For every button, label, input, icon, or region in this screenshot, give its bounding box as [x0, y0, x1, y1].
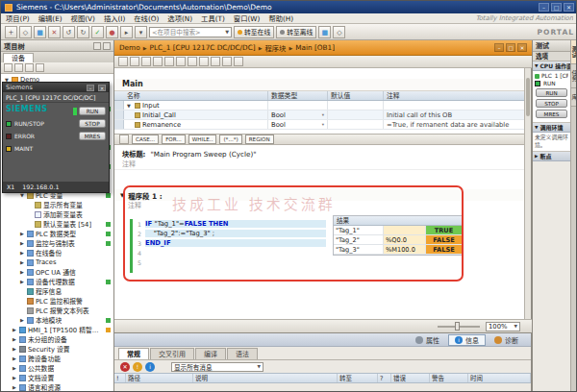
cell-default[interactable]: [328, 101, 384, 110]
message-column-header-5[interactable]: 错误: [391, 374, 430, 382]
interface-row[interactable]: ▼Input: [114, 101, 525, 110]
tree-item[interactable]: PLC 报警文本列表: [1, 306, 113, 315]
editor-minimize-icon[interactable]: –: [494, 43, 504, 52]
watch-row[interactable]: "Tag_1"TRUE: [334, 226, 462, 235]
error-filter-icon[interactable]: [120, 362, 130, 372]
expand-icon[interactable]: ▶: [19, 279, 25, 284]
column-header-1[interactable]: 数据类型: [268, 91, 328, 100]
editor-scrollbar[interactable]: [524, 68, 531, 319]
side-tab-0[interactable]: 测试: [571, 40, 577, 64]
close-icon[interactable]: ✕: [564, 3, 574, 12]
expand-icon[interactable]: ▶: [12, 336, 17, 342]
cut-icon[interactable]: [48, 26, 61, 38]
message-column-header-7[interactable]: 时间: [468, 374, 531, 382]
open-project-icon[interactable]: [19, 26, 32, 38]
code-line[interactable]: 2 "Tag_2":="Tag_3" ;: [134, 229, 525, 238]
tree-item[interactable]: ▶OPC UA 通信: [1, 267, 113, 277]
message-column-header-2[interactable]: 说明: [193, 374, 338, 382]
message-filter-select[interactable]: 显示所有消息 ▼: [171, 362, 263, 372]
expand-icon[interactable]: ▶: [19, 317, 25, 323]
pin-icon[interactable]: [93, 42, 101, 50]
tree-item[interactable]: ▶Security 设置: [1, 344, 113, 354]
tree-item[interactable]: ▶在线备份: [1, 248, 113, 257]
cpu-panel-title-bar[interactable]: Siemens – ✕: [3, 83, 109, 92]
undo-icon[interactable]: [63, 26, 75, 38]
new-project-icon[interactable]: [5, 26, 17, 38]
stop-cpu-icon[interactable]: [135, 26, 147, 38]
cell-name[interactable]: Remanence: [124, 120, 268, 129]
breadcrumb-item-1[interactable]: PLC_1 [CPU 1217C DC/DC/DC]: [150, 43, 256, 52]
tree-item[interactable]: ▶设备代理数据: [1, 277, 113, 286]
cpu-run-mini-button[interactable]: RUN: [536, 88, 567, 97]
tree-item[interactable]: ▶Traces: [1, 257, 113, 267]
download-block-icon[interactable]: [211, 57, 220, 66]
cell-datatype[interactable]: [268, 101, 328, 110]
expand-icon[interactable]: ▶: [19, 250, 25, 256]
goto-icon[interactable]: [153, 57, 163, 66]
tree-item[interactable]: 默认变量表 [54]: [1, 219, 113, 229]
minimize-icon[interactable]: –: [539, 3, 549, 12]
inspector-tab-1[interactable]: 交叉引用: [150, 348, 194, 359]
window-split-icon[interactable]: [333, 26, 345, 38]
breadcrumb-item-3[interactable]: Main [OB1]: [295, 43, 335, 52]
go-online-button[interactable]: 转至在线: [234, 26, 274, 38]
menu-item-7[interactable]: 窗口(W): [234, 13, 261, 23]
block-title-row[interactable]: 块标题: "Main Program Sweep (Cycle)": [114, 148, 525, 159]
menu-item-6[interactable]: 工具(T): [201, 13, 225, 23]
menu-item-0[interactable]: 项目(P): [6, 13, 30, 23]
panel-close-icon[interactable]: ✕: [98, 85, 106, 91]
menu-item-4[interactable]: 在线(O): [134, 13, 159, 23]
section-header-2[interactable]: ▶断点: [533, 152, 570, 161]
tree-item[interactable]: 程序信息: [1, 286, 113, 296]
cell-comment[interactable]: =True, if remanent data are available: [384, 120, 525, 129]
comment-toggle-icon[interactable]: [176, 57, 186, 66]
column-header-3[interactable]: 注释: [384, 91, 525, 100]
expand-icon[interactable]: ▶: [12, 375, 17, 380]
tree-item[interactable]: ▶文档设置: [1, 373, 113, 382]
pane-tab-2[interactable]: 诊断: [488, 334, 525, 346]
delete-network-icon[interactable]: [130, 57, 139, 66]
cpu-stop-mini-button[interactable]: STOP: [536, 99, 567, 108]
zoom-slider-thumb[interactable]: [455, 322, 460, 331]
tree-filter-icon[interactable]: [4, 63, 13, 72]
redo-icon[interactable]: [77, 26, 89, 38]
code-line[interactable]: 3END_IF: [134, 238, 525, 248]
cpu-mres-button[interactable]: MRES: [79, 132, 106, 140]
expand-icon[interactable]: ▶: [19, 240, 25, 246]
snippet-chip-0[interactable]: CASE...: [132, 135, 159, 144]
expand-icon[interactable]: ▶: [19, 259, 25, 265]
panel-minimize-icon[interactable]: –: [87, 85, 94, 91]
message-column-header-4[interactable]: ?: [378, 374, 391, 382]
menu-item-1[interactable]: 编辑(E): [38, 13, 63, 23]
cell-name[interactable]: Initial_Call: [124, 110, 268, 119]
tree-item[interactable]: ▶PLC 数据类型: [1, 229, 113, 238]
message-column-header-6[interactable]: 警告: [430, 374, 468, 382]
network-comment-row[interactable]: 注释: [114, 201, 525, 211]
diagnostics-icon[interactable]: [318, 26, 331, 38]
ladder-icon[interactable]: [141, 57, 151, 66]
interface-row[interactable]: Initial_CallBool▾Initial call of this OB: [114, 110, 525, 120]
cpu-operator-panel-window[interactable]: Siemens – ✕ PLC_1 [CPU 1217C DC/DC/DC] S…: [2, 82, 110, 193]
insert-network-icon[interactable]: [118, 57, 128, 66]
tree-sort-icon[interactable]: [14, 63, 23, 72]
cell-comment[interactable]: [384, 101, 525, 110]
pane-tab-0[interactable]: 属性: [409, 334, 446, 346]
pane-tab-1[interactable]: 信息: [448, 334, 486, 346]
upload-block-icon[interactable]: [222, 57, 232, 66]
code-line[interactable]: 4: [134, 248, 525, 257]
tree-item[interactable]: ▶监控与强制表: [1, 238, 113, 248]
tree-item[interactable]: ▶跨设备功能: [1, 354, 113, 363]
snippet-chip-3[interactable]: (*...*): [219, 135, 241, 144]
project-search-input[interactable]: <在项目中搜索> ▼: [149, 27, 232, 37]
network-1-header[interactable]: ▼ 程序段 1 :: [114, 189, 525, 201]
expand-icon[interactable]: ▶: [12, 384, 17, 390]
cpu-run-button[interactable]: RUN: [79, 107, 106, 115]
compile-icon[interactable]: [91, 26, 104, 38]
scl-code-region[interactable]: 1IF "Tag_1"=FALSE THEN2 "Tag_2":="Tag_3"…: [114, 213, 525, 284]
tree-item[interactable]: 添加新变量表: [1, 209, 113, 219]
message-column-header-3[interactable]: 转至: [338, 374, 378, 382]
download-icon[interactable]: [106, 26, 118, 38]
collapse-panel-icon[interactable]: [103, 42, 111, 50]
favorites-icon[interactable]: [188, 57, 197, 66]
expand-icon[interactable]: ▶: [12, 355, 17, 361]
